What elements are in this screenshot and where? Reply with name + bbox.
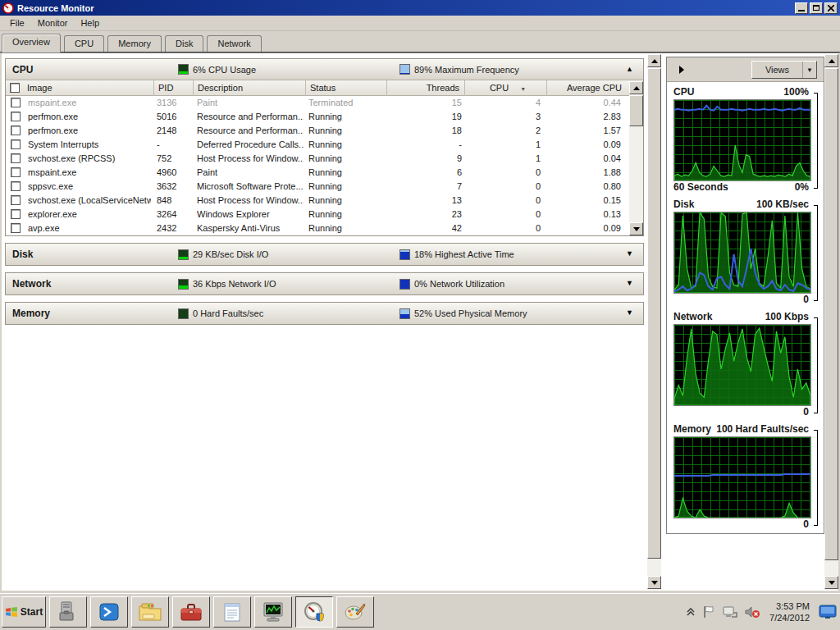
- table-cell: Kaspersky Anti-Virus: [197, 221, 304, 235]
- taskbar-clock[interactable]: 3:53 PM 7/24/2012: [766, 600, 813, 623]
- main-scroll-thumb[interactable]: [647, 68, 661, 559]
- row-checkbox[interactable]: [11, 126, 21, 135]
- col-pid[interactable]: PID: [154, 80, 194, 96]
- powershell-icon: [98, 600, 121, 623]
- cpu-table-scrollbar[interactable]: [629, 81, 643, 235]
- table-cell: Running: [308, 138, 386, 152]
- col-average-cpu[interactable]: Average CPU: [547, 80, 627, 96]
- memory-graph: [673, 436, 811, 518]
- network-icon[interactable]: [722, 605, 738, 619]
- tab-memory[interactable]: Memory: [107, 35, 162, 52]
- table-cell: 7: [388, 180, 462, 194]
- memory-section-header[interactable]: Memory 0 Hard Faults/sec 52% Used Physic…: [6, 303, 643, 324]
- table-cell: Running: [308, 221, 386, 235]
- col-description[interactable]: Description: [194, 80, 306, 96]
- table-cell: Host Process for Window...: [197, 194, 304, 208]
- taskbar-icon-paint[interactable]: [336, 596, 374, 628]
- scroll-up-button[interactable]: [629, 81, 643, 94]
- col-status[interactable]: Status: [306, 80, 387, 96]
- collapse-cpu-icon[interactable]: ▲: [626, 65, 633, 73]
- table-cell: svchost.exe (RPCSS): [28, 152, 151, 166]
- taskbar-icon-resource-monitor[interactable]: [295, 596, 333, 628]
- chevron-up-icon[interactable]: [686, 606, 696, 618]
- row-checkbox[interactable]: [11, 223, 21, 233]
- taskbar-icon-file-explorer[interactable]: [131, 596, 169, 628]
- row-checkbox[interactable]: [11, 112, 21, 121]
- network-util-stat: 0% Network Utilization: [414, 279, 504, 289]
- panel-scroll-thumb[interactable]: [824, 68, 838, 560]
- title-bar[interactable]: Resource Monitor: [0, 0, 840, 16]
- panel-scroll-down-button[interactable]: [824, 576, 838, 589]
- table-row[interactable]: svchost.exe (RPCSS)752Host Process for W…: [6, 152, 643, 166]
- network-util-meter-icon: [399, 279, 410, 290]
- disk-active-stat: 18% Highest Active Time: [414, 249, 514, 259]
- action-center-flag-icon[interactable]: [701, 605, 716, 619]
- network-graph-ymin: 0: [803, 406, 809, 419]
- table-row[interactable]: System Interrupts-Deferred Procedure Cal…: [6, 138, 643, 152]
- display-icon[interactable]: [819, 604, 837, 620]
- panel-scrollbar[interactable]: [824, 54, 838, 590]
- taskbar-icon-powershell[interactable]: [90, 596, 128, 628]
- row-checkbox[interactable]: [11, 195, 21, 205]
- start-button[interactable]: Start: [2, 596, 46, 628]
- views-dropdown-arrow-icon[interactable]: ▼: [802, 62, 816, 78]
- taskbar-icon-admin-toolbox[interactable]: [172, 596, 210, 628]
- main-scroll-down-button[interactable]: [647, 576, 661, 589]
- disk-section-header[interactable]: Disk 29 KB/sec Disk I/O 18% Highest Acti…: [6, 244, 643, 265]
- row-checkbox[interactable]: [11, 98, 21, 107]
- cpu-section-header[interactable]: CPU 6% CPU Usage 89% Maximum Frequency ▲: [6, 59, 643, 80]
- table-row[interactable]: perfmon.exe2148Resource and Performan...…: [6, 124, 643, 138]
- minimize-button[interactable]: [795, 2, 808, 14]
- table-cell: 2432: [157, 221, 193, 235]
- volume-muted-icon[interactable]: [744, 605, 760, 619]
- table-row[interactable]: avp.exe2432Kaspersky Anti-VirusRunning42…: [6, 221, 643, 235]
- tab-disk[interactable]: Disk: [165, 35, 203, 52]
- row-checkbox[interactable]: [11, 153, 21, 163]
- expand-memory-icon[interactable]: ▼: [626, 308, 633, 317]
- menu-monitor[interactable]: Monitor: [31, 16, 75, 30]
- close-button[interactable]: [824, 2, 838, 14]
- disk-graph-ymin: 0: [803, 294, 809, 307]
- table-cell: Resource and Performan...: [197, 110, 304, 124]
- taskbar-icon-server-manager[interactable]: [49, 596, 87, 628]
- table-row[interactable]: svchost.exe (LocalServiceNetwo...848Host…: [6, 194, 643, 208]
- col-threads[interactable]: Threads: [387, 80, 465, 96]
- table-row[interactable]: sppsvc.exe3632Microsoft Software Prote..…: [6, 180, 643, 194]
- main-scroll-up-button[interactable]: [647, 54, 661, 67]
- table-cell: 0.13: [546, 208, 621, 221]
- col-cpu[interactable]: CPU▼: [465, 80, 547, 96]
- table-row[interactable]: mspaint.exe4960PaintRunning601.88: [6, 166, 643, 180]
- table-row[interactable]: perfmon.exe5016Resource and Performan...…: [6, 110, 643, 124]
- restore-button[interactable]: [810, 2, 823, 14]
- row-checkbox[interactable]: [11, 209, 21, 219]
- cpu-usage-meter-icon: [178, 64, 189, 75]
- collapse-panel-button[interactable]: [673, 62, 690, 77]
- table-row[interactable]: explorer.exe3264Windows ExplorerRunning2…: [6, 208, 643, 221]
- tab-strip: Overview CPU Memory Disk Network: [0, 31, 840, 52]
- views-button[interactable]: Views ▼: [751, 61, 817, 79]
- table-row[interactable]: mspaint.exe3136PaintTerminated1540.44: [6, 96, 643, 110]
- network-section-header[interactable]: Network 36 Kbps Network I/O 0% Network U…: [6, 273, 643, 294]
- taskbar-icon-notepad[interactable]: [213, 596, 251, 628]
- row-checkbox[interactable]: [11, 139, 21, 149]
- tab-cpu[interactable]: CPU: [64, 35, 104, 52]
- expand-network-icon[interactable]: ▼: [626, 279, 633, 287]
- row-checkbox[interactable]: [11, 167, 21, 177]
- expand-disk-icon[interactable]: ▼: [626, 249, 633, 258]
- table-cell: 0: [467, 194, 541, 208]
- taskbar-icon-performance-monitor[interactable]: [254, 596, 292, 628]
- scroll-thumb[interactable]: [629, 95, 643, 126]
- tab-overview[interactable]: Overview: [2, 34, 61, 52]
- tab-network[interactable]: Network: [207, 35, 261, 52]
- table-cell: Running: [308, 180, 386, 194]
- col-image[interactable]: Image: [6, 80, 154, 96]
- disk-graph-block: Disk 100 KB/sec 0: [673, 199, 819, 307]
- row-checkbox[interactable]: [11, 181, 21, 191]
- scroll-down-button[interactable]: [629, 222, 643, 235]
- menu-help[interactable]: Help: [74, 16, 106, 30]
- panel-scroll-up-button[interactable]: [824, 54, 838, 67]
- table-cell: mspaint.exe: [28, 96, 151, 110]
- table-cell: 1: [467, 152, 541, 166]
- menu-file[interactable]: File: [3, 16, 31, 30]
- main-scrollbar[interactable]: [647, 54, 661, 590]
